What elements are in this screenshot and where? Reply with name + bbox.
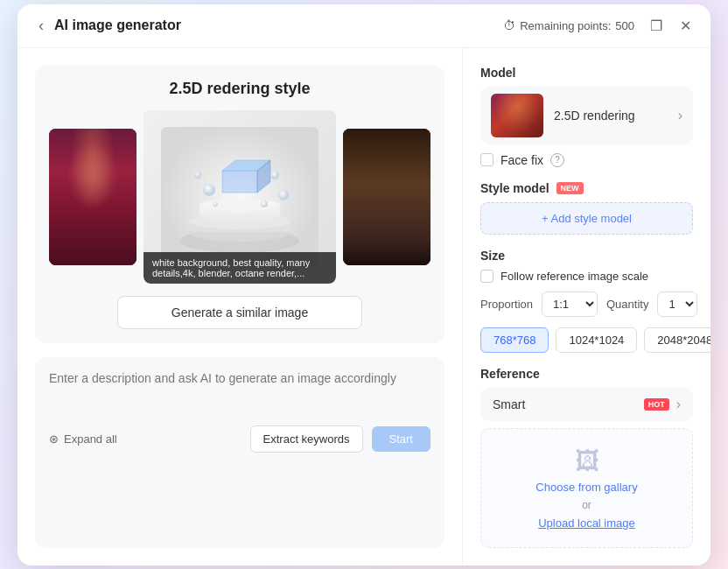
right-panel: Model 2.5D rendering › Face fix ? Style … [463, 48, 710, 565]
chevron-right-icon: › [678, 108, 682, 123]
start-button[interactable]: Start [372, 426, 430, 452]
follow-ref-row: Follow reference image scale [480, 270, 693, 283]
titlebar: ‹ AI image generator ⏱ Remaining points:… [18, 4, 710, 48]
image-gallery: white background, best quality, many det… [49, 110, 430, 284]
cube-svg [161, 127, 318, 267]
generate-similar-button[interactable]: Generate a similar image [117, 296, 362, 329]
model-name: 2.5D rendering [554, 109, 668, 123]
proportion-label: Proportion [480, 298, 533, 311]
upload-area: 🖼 Choose from gallary or Upload local im… [480, 428, 693, 548]
close-button[interactable]: ✕ [678, 16, 693, 36]
smart-label: Smart [493, 397, 637, 411]
proportion-select[interactable]: 1:1 4:3 16:9 [542, 292, 598, 317]
svg-point-12 [203, 184, 215, 196]
reference-section: Reference Smart HOT › 🖼 Choose from gall… [480, 367, 693, 548]
smart-chevron-icon: › [676, 397, 681, 412]
resolution-row: 768*768 1024*1024 2048*2048 [480, 327, 693, 353]
remaining-label: Remaining points: [520, 19, 611, 32]
expand-icon: ⊛ [49, 432, 59, 446]
svg-point-14 [194, 172, 201, 179]
svg-point-16 [261, 200, 268, 207]
clock-icon: ⏱ [503, 18, 515, 32]
remaining-value: 500 [615, 19, 634, 32]
resolution-768-button[interactable]: 768*768 [480, 327, 549, 353]
back-button[interactable]: ‹ [35, 15, 47, 37]
caption-text: white background, best quality, many det… [152, 257, 310, 278]
remaining-points: ⏱ Remaining points: 500 [503, 18, 634, 32]
expand-icon-button[interactable]: ❐ [648, 16, 664, 36]
svg-point-15 [278, 190, 289, 200]
titlebar-left: ‹ AI image generator [35, 15, 181, 37]
svg-marker-11 [222, 171, 257, 193]
upload-local-link[interactable]: Upload local image [538, 516, 635, 530]
titlebar-right: ⏱ Remaining points: 500 ❐ ✕ [503, 16, 693, 36]
main-window: ‹ AI image generator ⏱ Remaining points:… [18, 4, 710, 565]
model-row[interactable]: 2.5D rendering › [480, 87, 693, 144]
svg-point-7 [200, 199, 280, 211]
proportion-row: Proportion 1:1 4:3 16:9 Quantity 1 2 4 [480, 292, 693, 317]
right-side-image [343, 129, 430, 265]
resolution-2048-button[interactable]: 2048*2048 [644, 327, 710, 353]
style-model-label: Style model [480, 181, 550, 195]
extract-keywords-button[interactable]: Extract keywords [250, 425, 363, 453]
hot-badge: HOT [644, 398, 669, 411]
model-section-label: Model [480, 66, 693, 80]
quantity-select[interactable]: 1 2 4 [657, 292, 697, 317]
description-area: ⊛ Expand all Extract keywords Start [35, 357, 444, 548]
choose-gallery-link[interactable]: Choose from gallary [536, 481, 637, 494]
image-area: 2.5D redering style [35, 66, 444, 343]
svg-point-13 [270, 171, 279, 179]
size-section: Size Follow reference image scale Propor… [480, 249, 693, 353]
resolution-1024-button[interactable]: 1024*1024 [556, 327, 637, 353]
caption-overlay: white background, best quality, many det… [144, 252, 336, 284]
upload-or-text: or [582, 499, 592, 511]
reference-label: Reference [480, 367, 693, 381]
help-icon[interactable]: ? [550, 153, 564, 167]
left-side-image [49, 129, 136, 265]
desc-actions: Extract keywords Start [250, 425, 430, 453]
image-title: 2.5D redering style [169, 80, 310, 98]
face-fix-row: Face fix ? [480, 153, 693, 167]
main-content: 2.5D redering style [18, 48, 710, 565]
window-title: AI image generator [54, 18, 181, 33]
smart-row[interactable]: Smart HOT › [480, 388, 693, 421]
center-image: white background, best quality, many det… [144, 110, 336, 284]
desc-footer: ⊛ Expand all Extract keywords Start [49, 425, 430, 453]
size-section-label: Size [480, 249, 693, 263]
add-style-button[interactable]: + Add style model [480, 202, 693, 235]
description-input[interactable] [49, 371, 430, 415]
face-fix-label: Face fix [500, 153, 543, 167]
follow-ref-label: Follow reference image scale [500, 270, 648, 283]
model-thumbnail [491, 94, 543, 137]
new-badge: NEW [556, 182, 584, 194]
style-model-section: Style model NEW + Add style model [480, 181, 693, 235]
left-panel: 2.5D redering style [18, 48, 463, 565]
style-model-header: Style model NEW [480, 181, 693, 195]
face-fix-checkbox[interactable] [480, 153, 494, 166]
upload-icon: 🖼 [575, 446, 599, 475]
model-section: Model 2.5D rendering › Face fix ? [480, 66, 693, 167]
follow-ref-checkbox[interactable] [480, 270, 494, 283]
svg-point-17 [213, 201, 218, 207]
quantity-label: Quantity [606, 298, 648, 311]
expand-all-button[interactable]: ⊛ Expand all [49, 432, 117, 446]
